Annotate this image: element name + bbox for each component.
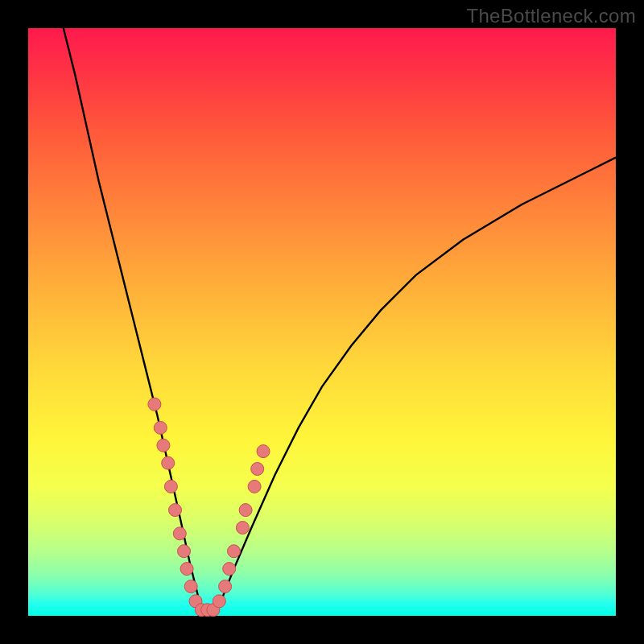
data-dot (184, 580, 197, 593)
data-dot (178, 545, 191, 558)
data-dot (162, 456, 175, 469)
data-dot (236, 522, 249, 535)
chart-frame: TheBottleneck.com (0, 0, 644, 644)
bottleneck-curve (64, 28, 616, 613)
data-dot (173, 527, 186, 540)
data-dot (223, 563, 236, 576)
data-dot (228, 545, 241, 558)
data-dot (219, 580, 232, 593)
data-dot (251, 463, 264, 476)
data-dot (213, 595, 225, 608)
data-dot (169, 504, 182, 517)
plot-area (28, 28, 616, 616)
data-dot (148, 398, 161, 411)
chart-svg (28, 28, 616, 616)
data-dot (257, 445, 270, 458)
data-dots (148, 398, 270, 617)
data-dot (180, 563, 193, 576)
data-dot (157, 439, 170, 452)
data-dot (248, 480, 261, 493)
data-dot (239, 504, 252, 517)
data-dot (154, 421, 167, 434)
data-dot (164, 480, 177, 493)
watermark-text: TheBottleneck.com (466, 5, 636, 27)
